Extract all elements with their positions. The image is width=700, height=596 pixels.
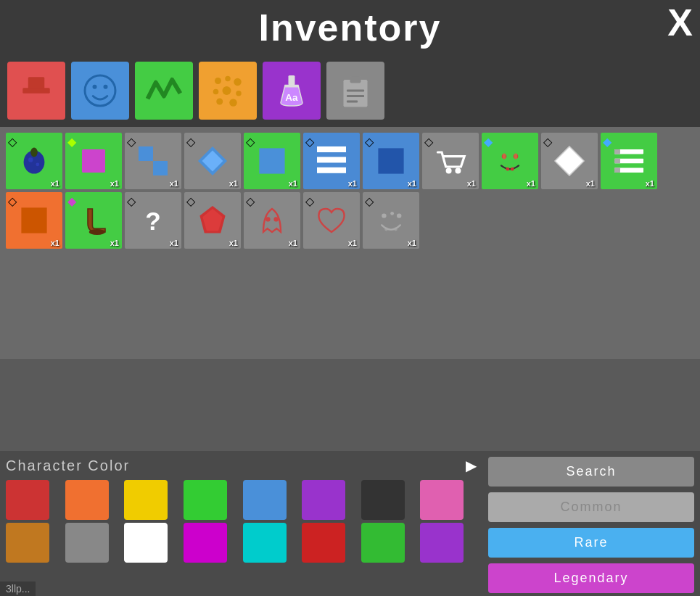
color-swatch-blue[interactable]	[243, 480, 287, 520]
color-swatch-yellow[interactable]	[124, 480, 168, 520]
blue-diamond-icon	[195, 144, 230, 178]
featured-item-hat[interactable]	[7, 62, 65, 120]
svg-text:?: ?	[145, 207, 161, 235]
common-button[interactable]: Common	[488, 492, 694, 522]
orange-square-icon	[17, 203, 52, 238]
inv-item-list[interactable]: ◆ x1	[601, 133, 657, 189]
svg-text:Aa: Aa	[285, 92, 298, 103]
cart-icon	[433, 144, 468, 178]
svg-point-60	[273, 217, 278, 221]
rarity-diamond: ◆	[67, 194, 76, 203]
item-qty: x1	[348, 239, 357, 247]
color-swatch-red[interactable]	[6, 480, 49, 520]
svg-marker-32	[202, 151, 223, 172]
inv-item-white-diamond[interactable]: ◇ x1	[541, 133, 598, 189]
white-diamond-icon	[552, 144, 587, 178]
svg-point-43	[503, 154, 506, 160]
hat-icon	[15, 69, 58, 112]
heart-icon	[314, 203, 349, 238]
dots-icon	[206, 69, 250, 112]
featured-item-clipboard[interactable]	[326, 62, 384, 120]
svg-rect-18	[347, 90, 364, 92]
color-swatch-white[interactable]	[124, 523, 168, 563]
ghost-icon	[255, 203, 289, 238]
color-arrow[interactable]: ▶	[466, 457, 477, 474]
svg-rect-33	[259, 148, 284, 173]
inv-item-question[interactable]: ? ◇ x1	[125, 192, 181, 249]
rarity-diamond: ◇	[543, 135, 552, 144]
svg-point-59	[265, 217, 270, 221]
inv-item-stripes[interactable]: ◇ x1	[303, 133, 360, 189]
legendary-button[interactable]: Legendary	[488, 563, 694, 593]
inv-item-blue-square[interactable]: ◇ x1	[244, 133, 300, 189]
svg-point-12	[229, 99, 237, 107]
inventory-row-1: ◇ x1 ◆ x1 ◇ x1	[6, 133, 694, 189]
rarity-diamond: ◆	[484, 135, 493, 144]
svg-rect-54	[21, 207, 46, 233]
svg-rect-19	[347, 95, 364, 97]
inv-item-face-green[interactable]: ◆ x1	[482, 133, 538, 189]
rarity-diamond: ◇	[186, 135, 195, 144]
color-swatch-lime[interactable]	[361, 523, 405, 563]
rarity-diamond: ◆	[67, 135, 76, 144]
inv-item-boot[interactable]: ◆ x1	[65, 192, 122, 249]
color-swatch-pink[interactable]	[420, 480, 464, 520]
featured-item-dots[interactable]	[199, 62, 257, 120]
inv-item-blueberry[interactable]: ◇ x1	[6, 133, 62, 189]
inv-item-blue-diamond[interactable]: ◇ x1	[184, 133, 241, 189]
zigzag-icon	[142, 69, 186, 112]
svg-point-44	[514, 154, 518, 160]
inv-item-ruby[interactable]: ◇ x1	[184, 192, 241, 249]
svg-point-62	[390, 212, 394, 215]
inv-item-orange-square[interactable]: ◇ x1	[6, 192, 62, 249]
close-button[interactable]: X	[667, 4, 693, 41]
color-swatch-cyan[interactable]	[243, 523, 287, 563]
item-qty: x1	[170, 179, 178, 188]
color-swatch-gray[interactable]	[65, 523, 109, 563]
svg-rect-28	[139, 161, 153, 175]
svg-point-24	[36, 162, 39, 166]
featured-item-flask[interactable]: Aa	[263, 62, 321, 120]
color-swatch-crimson[interactable]	[302, 523, 345, 563]
inv-item-purple-square[interactable]: ◆ x1	[65, 133, 122, 189]
rare-button[interactable]: Rare	[488, 528, 694, 558]
item-qty: x1	[467, 179, 476, 188]
svg-point-2	[85, 75, 115, 106]
featured-row: Aa	[0, 54, 700, 127]
item-qty: x1	[527, 179, 535, 188]
color-swatch-magenta[interactable]	[184, 523, 227, 563]
svg-point-40	[455, 168, 461, 174]
color-swatch-purple[interactable]	[302, 480, 345, 520]
inventory-row-2: ◇ x1 ◆ x1 ? ◇ x1 ◇ x1	[6, 192, 694, 249]
featured-item-smiley[interactable]	[71, 62, 129, 120]
svg-point-11	[216, 99, 223, 105]
stripes-icon	[314, 144, 349, 178]
featured-item-zigzag[interactable]	[135, 62, 193, 120]
color-swatch-violet[interactable]	[420, 523, 464, 563]
purple-square-icon	[76, 144, 111, 178]
color-swatch-orange[interactable]	[65, 480, 109, 520]
rarity-diamond: ◇	[127, 135, 136, 144]
rarity-diamond: ◇	[305, 194, 314, 203]
svg-rect-25	[82, 149, 105, 173]
blue-square-icon	[255, 144, 289, 178]
svg-rect-29	[153, 161, 168, 175]
inv-item-checkerboard[interactable]: ◇ x1	[125, 133, 181, 189]
search-button[interactable]: Search	[488, 457, 694, 487]
inv-item-ghost[interactable]: ◇ x1	[244, 192, 300, 249]
list-icon	[612, 144, 646, 178]
color-swatch-green[interactable]	[184, 480, 227, 520]
inv-item-heart[interactable]: ◇ x1	[303, 192, 360, 249]
color-swatch-black[interactable]	[361, 480, 405, 520]
item-qty: x1	[51, 179, 59, 188]
svg-point-22	[30, 148, 38, 157]
color-swatch-brown[interactable]	[6, 523, 49, 563]
svg-point-9	[223, 86, 231, 95]
svg-rect-38	[378, 148, 403, 173]
inv-item-cart[interactable]: ◇ x1	[422, 133, 479, 189]
item-qty: x1	[408, 179, 416, 188]
inv-item-smile2[interactable]: ◇ x1	[363, 192, 419, 249]
color-grid	[6, 480, 477, 563]
inv-item-blue-square2[interactable]: ◇ x1	[363, 133, 419, 189]
item-qty: x1	[289, 239, 297, 247]
